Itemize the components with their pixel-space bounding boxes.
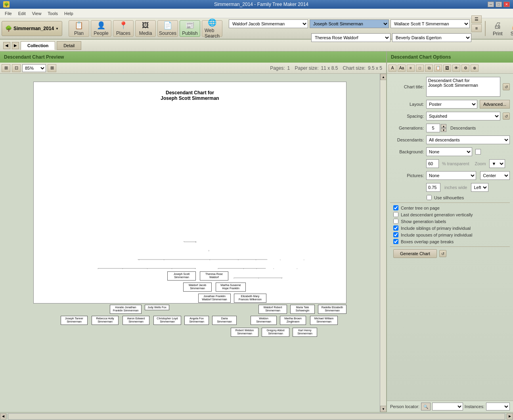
spacing-select[interactable]: Squished Compact Normal Expanded — [426, 112, 500, 120]
person-aaron[interactable]: Aaron EdwardSimmerman — [123, 316, 149, 325]
boxes-overlap-checkbox[interactable] — [393, 239, 398, 244]
pictures-align-select[interactable]: Center Left Right — [480, 171, 510, 180]
zoom-select-opt[interactable]: ▼ — [489, 159, 505, 168]
person-dropdown-4[interactable]: Beverly Daralis Egerton — [392, 33, 471, 42]
window-controls[interactable]: ─ □ ✕ — [488, 2, 510, 7]
opt-settings-btn[interactable]: ⚙ — [461, 65, 469, 72]
person-theresa-rose[interactable]: Theresa RoseWaldorf — [200, 271, 228, 281]
pictures-select[interactable]: None Small Medium Large — [426, 171, 476, 180]
last-descendant-checkbox[interactable] — [393, 212, 398, 217]
toolbar-media-btn[interactable]: 🖼 Media — [135, 20, 156, 37]
chart-title-reset[interactable]: ↺ — [503, 83, 510, 90]
opt-clipboard-btn[interactable]: 📋 — [434, 65, 442, 72]
person-judy[interactable]: Judy Wells Fox — [145, 305, 169, 310]
person-dropdown-5[interactable]: Theresa Rose Waldorf — [311, 33, 390, 42]
opt-preview-btn[interactable]: 👁 — [452, 65, 460, 72]
person-dropdown-1[interactable]: Waldorf Jacob Simmerman — [229, 19, 308, 28]
close-button[interactable]: ✕ — [503, 2, 510, 7]
toolbar-websearch-btn[interactable]: 🌐 Web Search — [202, 20, 222, 37]
person-daria[interactable]: Daria Simmerman — [212, 316, 237, 325]
person-rebecca[interactable]: Rebecca HollySimmerman — [92, 316, 119, 325]
person-karl[interactable]: Karl HenrySimmerman — [293, 328, 317, 337]
scroll-down-btn[interactable]: ▼ — [380, 406, 386, 412]
hscroll-right-btn[interactable]: ▶ — [507, 413, 513, 420]
opt-box-btn[interactable]: □ — [416, 65, 424, 72]
person-dropdown-3[interactable]: Wallace Scott T Simmerman — [390, 19, 470, 28]
person-waldorf-jacob[interactable]: Waldorf JacobSimmerman — [183, 283, 212, 292]
nav-forward-btn[interactable]: ▶ — [12, 42, 19, 49]
fit-page-btn[interactable]: ⊞ — [2, 64, 10, 72]
person-martha-brown[interactable]: Martha BrownZinglmann — [280, 316, 306, 325]
chart-preview-area[interactable]: Descendant Chart for Joseph Scott Simmer… — [0, 74, 380, 412]
transparent-input[interactable] — [426, 159, 439, 168]
person-robert-weldon[interactable]: Robert WeldonSimmerman — [231, 328, 258, 337]
person-michael[interactable]: Michael WilliamSimmerman — [310, 316, 338, 325]
person-dropdown-2[interactable]: Joseph Scott Simmerman — [310, 19, 389, 28]
background-color-swatch[interactable] — [475, 149, 481, 155]
menu-edit[interactable]: Edit — [15, 10, 29, 17]
show-generation-checkbox[interactable] — [393, 219, 398, 224]
person-horatio[interactable]: Horatio JonathanFranklin Simmerman — [110, 305, 142, 314]
toolbar-sources-btn[interactable]: 📄 Sources — [157, 20, 178, 37]
chart-vscroll[interactable]: ▲ ▼ — [380, 74, 386, 412]
descendants-select[interactable]: All descendants Direct line only — [426, 136, 510, 144]
person-radella[interactable]: Radella ElizabethSimmerman — [318, 305, 346, 314]
person-angela[interactable]: Angela FoxSimmerman — [184, 316, 209, 325]
silhouettes-checkbox[interactable] — [427, 195, 432, 200]
fit-width-btn[interactable]: ⊡ — [12, 64, 21, 72]
locator-search-btn[interactable]: 🔍 — [421, 403, 431, 410]
zoom-select[interactable]: 85% 50% 75% 100% 125% — [22, 64, 46, 72]
menu-file[interactable]: File — [2, 10, 15, 17]
share-button[interactable]: 📤 Share — [508, 20, 513, 37]
include-siblings-checkbox[interactable] — [393, 225, 398, 231]
menu-help[interactable]: Help — [61, 10, 77, 17]
opt-copy-btn[interactable]: ⧉ — [425, 65, 433, 72]
hscroll-bar[interactable] — [8, 413, 505, 420]
scroll-up-btn[interactable]: ▲ — [380, 74, 386, 80]
person-waldorf-robert[interactable]: Waldorf RobertSimmerman — [258, 305, 287, 314]
person-maria[interactable]: Maria TateSohwengin — [290, 305, 315, 314]
align-select[interactable]: Left Center Right — [471, 183, 488, 192]
person-martha-susanne[interactable]: Martha SusanneHope Franklin — [216, 283, 246, 292]
person-joseph-scott[interactable]: Joseph ScottSimmerman — [167, 271, 196, 281]
spacing-reset[interactable]: ↺ — [503, 113, 510, 120]
inches-input[interactable] — [426, 183, 440, 192]
menu-tools[interactable]: Tools — [44, 10, 61, 17]
menu-view[interactable]: View — [29, 10, 45, 17]
maximize-button[interactable]: □ — [496, 2, 502, 7]
toolbar-places-btn[interactable]: 📍 Places — [113, 20, 134, 37]
instances-select[interactable] — [486, 403, 510, 410]
minimize-button[interactable]: ─ — [488, 2, 494, 7]
nav-back-btn[interactable]: ◀ — [3, 42, 10, 49]
tab-collection[interactable]: Collection — [21, 41, 55, 50]
toolbar-publish-btn[interactable]: 📰 Publish — [180, 20, 200, 37]
app-menu-button[interactable]: 🌳 Simmerman_2014 ▼ — [2, 21, 62, 36]
tab-detail[interactable]: Detail — [57, 41, 81, 50]
chart-title-input[interactable]: Descendant Chart for Joseph Scott Simmer… — [426, 77, 500, 97]
background-select[interactable]: None Color Image — [426, 147, 472, 156]
locator-select[interactable] — [432, 403, 463, 410]
person-elizabeth-mary[interactable]: Elizabeth MaryFrances Wilkerson — [234, 294, 266, 303]
nav-extra-btn[interactable]: ≡ — [471, 24, 482, 32]
opt-extra-btn[interactable]: ⊕ — [471, 65, 479, 72]
opt-font-btn[interactable]: A — [389, 65, 396, 72]
generate-reset[interactable]: ↺ — [439, 250, 446, 257]
generations-down[interactable]: ▼ — [441, 128, 446, 132]
include-spouses-checkbox[interactable] — [393, 232, 398, 237]
generations-up[interactable]: ▲ — [441, 124, 446, 128]
generations-input[interactable] — [426, 124, 440, 132]
toolbar-people-btn[interactable]: 👤 People — [91, 20, 111, 37]
center-tree-checkbox[interactable] — [393, 205, 398, 210]
nav-list-btn[interactable]: ☰ — [471, 15, 482, 23]
opt-aa-btn[interactable]: Aa — [398, 65, 406, 72]
grid-btn[interactable]: ⊞ — [48, 64, 56, 72]
person-weldon[interactable]: Weldon Simmerman — [251, 316, 277, 325]
toolbar-plan-btn[interactable]: 📋 Plan — [69, 20, 89, 37]
person-christopher[interactable]: Christopher LoydSimmerman — [153, 316, 181, 325]
opt-lines-btn[interactable]: ≡ — [407, 65, 415, 72]
person-gregory[interactable]: Gregory AbbotSimmerman — [262, 328, 289, 337]
person-jonathan-franklin[interactable]: Jonathan FranklinWaldorf Simmerman — [198, 294, 231, 303]
generate-chart-button[interactable]: Generate Chart — [393, 249, 437, 258]
print-button[interactable]: 🖨 Print — [490, 20, 505, 37]
opt-img-btn[interactable]: 🖼 — [443, 65, 451, 72]
